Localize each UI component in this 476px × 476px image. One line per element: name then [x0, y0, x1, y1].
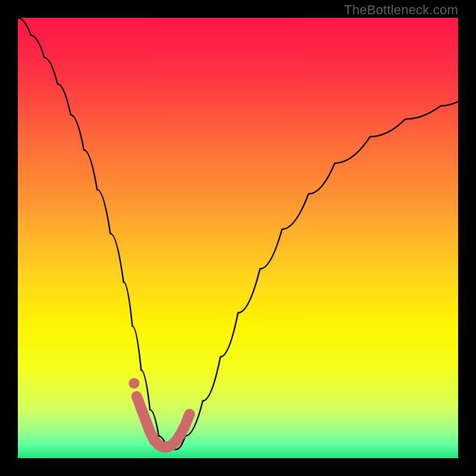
chart-frame [18, 18, 458, 458]
optimal-zone-marker [129, 378, 139, 389]
watermark-text: TheBottleneck.com [344, 2, 458, 18]
chart-svg [18, 18, 458, 458]
bottleneck-curve [18, 18, 458, 449]
